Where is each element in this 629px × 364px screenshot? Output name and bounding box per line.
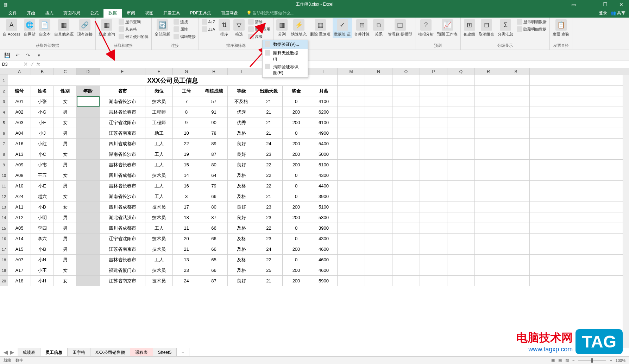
data-cell[interactable]: 24	[255, 244, 283, 254]
cell-empty[interactable]	[338, 139, 365, 149]
data-cell[interactable]: 200	[283, 149, 310, 159]
cell-empty[interactable]	[392, 117, 420, 128]
data-cell[interactable]: 21	[173, 244, 200, 254]
cell-empty[interactable]	[475, 181, 502, 191]
data-cell[interactable]: 工人	[145, 191, 173, 202]
formula-input[interactable]	[42, 62, 627, 67]
data-cell[interactable]: 李四	[31, 223, 54, 233]
data-cell[interactable]: 小N	[31, 255, 54, 265]
cell-empty[interactable]	[475, 107, 502, 117]
cell-empty[interactable]	[338, 234, 365, 244]
data-cell[interactable]: 19	[173, 149, 200, 159]
data-cell[interactable]: 技术员	[145, 234, 173, 244]
data-cell[interactable]: 及格	[228, 181, 255, 191]
data-cell[interactable]: 小韦	[31, 160, 54, 170]
view-pagelayout-button[interactable]: ▤	[558, 358, 562, 363]
sheet-tab-1[interactable]: 员工信息	[40, 348, 68, 357]
data-cell[interactable]: 良好	[228, 160, 255, 170]
data-cell[interactable]: A13	[8, 149, 31, 159]
cell-empty[interactable]	[420, 170, 447, 180]
data-cell[interactable]: A18	[8, 276, 31, 286]
group-button[interactable]: ⊞创建组	[462, 18, 477, 38]
data-cell[interactable]: 四川省成都市	[100, 223, 145, 233]
relationships-button[interactable]: ⧉关系	[372, 18, 386, 38]
data-cell[interactable]	[77, 160, 100, 170]
data-cell[interactable]: 技术员	[145, 244, 173, 254]
data-cell[interactable]: 0	[283, 96, 310, 107]
select-all-corner[interactable]	[0, 68, 8, 75]
data-cell[interactable]: 及格	[228, 191, 255, 202]
cell-empty[interactable]	[475, 75, 502, 85]
cell-empty[interactable]	[475, 128, 502, 138]
cell-empty[interactable]	[392, 75, 420, 85]
cell-empty[interactable]	[365, 170, 392, 180]
data-cell[interactable]	[77, 265, 100, 275]
cell-empty[interactable]	[365, 107, 392, 117]
cell-empty[interactable]	[447, 75, 475, 85]
cell-empty[interactable]	[502, 181, 530, 191]
tab-insert[interactable]: 插入	[40, 9, 58, 18]
cell-empty[interactable]	[392, 128, 420, 138]
data-cell[interactable]: 25	[255, 265, 283, 275]
data-cell[interactable]: 87	[200, 149, 228, 159]
cell-empty[interactable]	[392, 149, 420, 159]
data-cell[interactable]: 女	[54, 191, 77, 202]
save-button[interactable]: 💾	[4, 52, 11, 59]
cell-empty[interactable]	[502, 170, 530, 180]
data-cell[interactable]: 21	[255, 276, 283, 286]
data-cell[interactable]: 200	[283, 202, 310, 212]
tab-view[interactable]: 视图	[140, 9, 158, 18]
data-cell[interactable]: 四川省成都市	[100, 202, 145, 212]
data-cell[interactable]: 66	[200, 191, 228, 202]
data-cell[interactable]: 小B	[31, 244, 54, 254]
cell-empty[interactable]	[392, 255, 420, 265]
cell-empty[interactable]	[447, 96, 475, 107]
data-cell[interactable]: A05	[8, 223, 31, 233]
data-cell[interactable]: 66	[200, 223, 228, 233]
login-link[interactable]: 登录	[599, 10, 607, 16]
sort-az-button[interactable]: A↓Z	[200, 18, 217, 25]
data-cell[interactable]: 小王	[31, 265, 54, 275]
refresh-all-button[interactable]: 🔄全部刷新	[153, 18, 171, 38]
col-header-G[interactable]: G	[173, 68, 200, 75]
data-cell[interactable]: 14	[173, 170, 200, 180]
data-cell[interactable]: 男	[54, 181, 77, 191]
data-cell[interactable]: 及格	[228, 265, 255, 275]
data-cell[interactable]: 及格	[228, 128, 255, 138]
cell-empty[interactable]	[447, 191, 475, 202]
header-cell[interactable]: 出勤天数	[255, 86, 283, 96]
data-cell[interactable]: 0	[283, 255, 310, 265]
tab-developer[interactable]: 开发工具	[158, 9, 185, 18]
data-cell[interactable]: 男	[54, 223, 77, 233]
cell-empty[interactable]	[365, 202, 392, 212]
cell-empty[interactable]	[365, 223, 392, 233]
data-cell[interactable]: 21	[255, 117, 283, 128]
cell-empty[interactable]	[338, 244, 365, 254]
data-cell[interactable]: 工人	[145, 181, 173, 191]
cell-empty[interactable]	[502, 244, 530, 254]
data-cell[interactable]: 4300	[310, 170, 338, 180]
cell-empty[interactable]	[365, 86, 392, 96]
cell-empty[interactable]	[392, 276, 420, 286]
data-cell[interactable]: A07	[8, 255, 31, 265]
cell-empty[interactable]	[392, 139, 420, 149]
existing-conn-button[interactable]: 🔗现有连接	[76, 18, 94, 38]
data-cell[interactable]: 小E	[31, 181, 54, 191]
header-cell[interactable]: 等级	[228, 86, 255, 96]
cell-empty[interactable]	[420, 86, 447, 96]
cell-empty[interactable]	[447, 170, 475, 180]
cell-empty[interactable]	[338, 181, 365, 191]
data-cell[interactable]: 87	[200, 212, 228, 223]
data-cell[interactable]: A12	[8, 212, 31, 223]
data-cell[interactable]: 5100	[310, 160, 338, 170]
data-cell[interactable]: A03	[8, 117, 31, 128]
data-cell[interactable]: 优秀	[228, 117, 255, 128]
cell-empty[interactable]	[447, 276, 475, 286]
header-cell[interactable]: 工号	[173, 86, 200, 96]
data-cell[interactable]: 9	[173, 117, 200, 128]
data-cell[interactable]	[77, 234, 100, 244]
recent-sources-button[interactable]: 最近使用的源	[117, 33, 150, 40]
data-cell[interactable]: 200	[283, 107, 310, 117]
row-header-2[interactable]: 2	[0, 86, 8, 96]
consolidate-button[interactable]: ⊞合并计算	[353, 18, 371, 38]
